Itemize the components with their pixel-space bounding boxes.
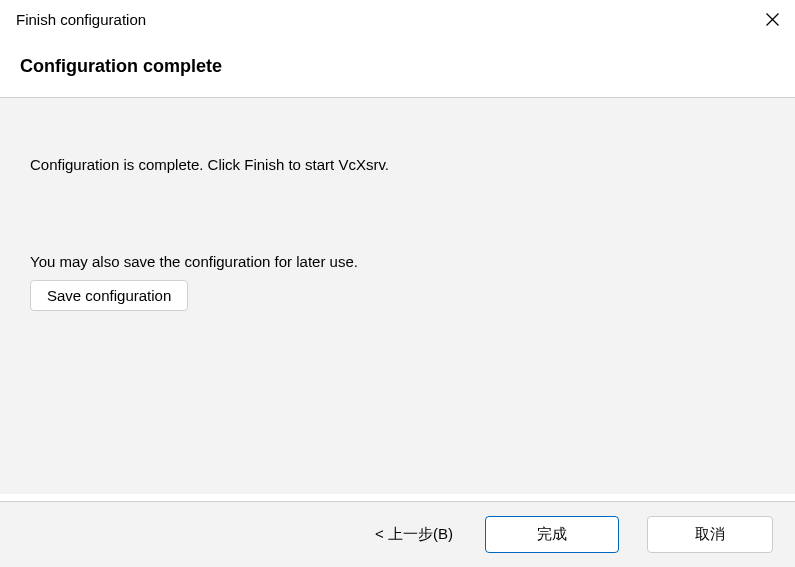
footer: < 上一步(B) 完成 取消 — [0, 501, 795, 567]
titlebar: Finish configuration — [0, 0, 795, 38]
save-configuration-button[interactable]: Save configuration — [30, 280, 188, 311]
finish-button[interactable]: 完成 — [485, 516, 619, 553]
window-title: Finish configuration — [16, 11, 146, 28]
instruction-text: Configuration is complete. Click Finish … — [30, 154, 765, 177]
close-button[interactable] — [749, 0, 795, 38]
close-icon — [766, 13, 779, 26]
save-section: You may also save the configuration for … — [30, 253, 765, 311]
header: Configuration complete — [0, 38, 795, 98]
back-button[interactable]: < 上一步(B) — [359, 517, 469, 552]
content-area: Configuration is complete. Click Finish … — [0, 98, 795, 494]
cancel-button[interactable]: 取消 — [647, 516, 773, 553]
save-instruction-text: You may also save the configuration for … — [30, 253, 765, 270]
page-title: Configuration complete — [20, 56, 775, 77]
